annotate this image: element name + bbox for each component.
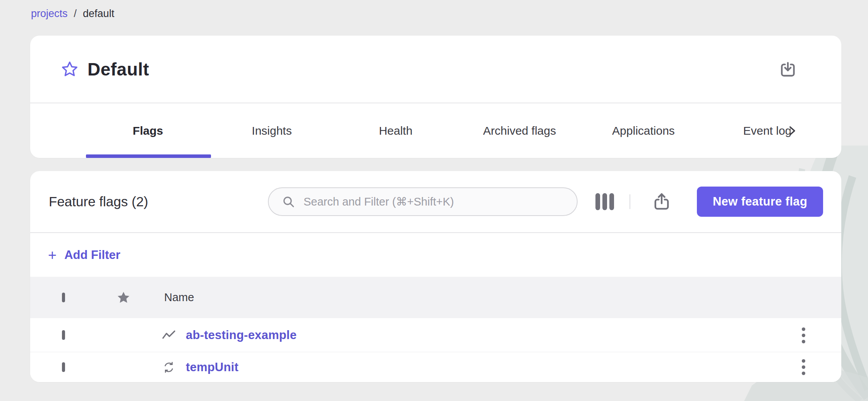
tab-archived-flags[interactable]: Archived flags <box>458 103 582 158</box>
feature-flags-page: projects / default Default Flags <box>0 0 868 401</box>
add-filter-button[interactable]: + Add Filter <box>48 233 120 277</box>
project-header-card: Default Flags Insights Health Archived f… <box>30 36 841 158</box>
tab-health[interactable]: Health <box>334 103 458 158</box>
tab-bar: Flags Insights Health Archived flags App… <box>30 103 841 158</box>
tabs-overflow-chevron-icon[interactable] <box>780 103 803 158</box>
table-row: ab-testing-example <box>30 318 841 352</box>
search-placeholder: Search and Filter (⌘+Shift+K) <box>304 195 454 208</box>
export-icon[interactable] <box>648 188 675 215</box>
row-kebab-menu-icon[interactable] <box>792 354 815 381</box>
toolbar-divider <box>30 232 841 233</box>
search-input[interactable]: Search and Filter (⌘+Shift+K) <box>268 187 578 216</box>
flag-link[interactable]: tempUnit <box>186 360 238 374</box>
page-title: Default <box>87 59 149 80</box>
trend-line-icon <box>162 329 176 341</box>
breadcrumb-current: default <box>83 8 114 20</box>
cycle-icon <box>162 361 176 374</box>
select-all-checkbox[interactable] <box>62 293 65 302</box>
download-icon[interactable] <box>777 59 799 81</box>
table-row: tempUnit <box>30 352 841 382</box>
add-filter-label: Add Filter <box>64 248 120 262</box>
flag-link[interactable]: ab-testing-example <box>186 328 297 342</box>
name-column-header: Name <box>164 291 194 304</box>
plus-icon: + <box>48 248 57 262</box>
favorites-column-star-icon <box>116 290 131 305</box>
search-icon <box>282 195 295 208</box>
columns-view-icon[interactable] <box>592 190 617 214</box>
row-checkbox[interactable] <box>62 330 65 340</box>
tab-event-log[interactable]: Event log <box>705 103 791 158</box>
row-kebab-menu-icon[interactable] <box>792 322 815 349</box>
new-feature-flag-button[interactable]: New feature flag <box>697 187 823 217</box>
tab-insights[interactable]: Insights <box>210 103 334 158</box>
breadcrumb-projects-link[interactable]: projects <box>31 8 68 20</box>
feature-flags-card: Feature flags (2) Search and Filter (⌘+S… <box>30 171 841 382</box>
project-title-row: Default <box>30 36 841 103</box>
row-checkbox[interactable] <box>62 362 65 372</box>
breadcrumb-separator: / <box>74 8 77 20</box>
tab-applications[interactable]: Applications <box>582 103 705 158</box>
tabs-strip: Flags Insights Health Archived flags App… <box>86 103 791 158</box>
favorite-star-icon[interactable] <box>60 60 79 79</box>
toolbar-separator <box>630 194 630 209</box>
flags-toolbar: Feature flags (2) Search and Filter (⌘+S… <box>30 171 841 232</box>
table-header-row: Name <box>30 277 841 318</box>
active-tab-underline <box>86 154 211 158</box>
feature-flags-heading: Feature flags (2) <box>49 171 148 232</box>
breadcrumb: projects / default <box>31 8 114 20</box>
tab-flags[interactable]: Flags <box>86 103 210 158</box>
